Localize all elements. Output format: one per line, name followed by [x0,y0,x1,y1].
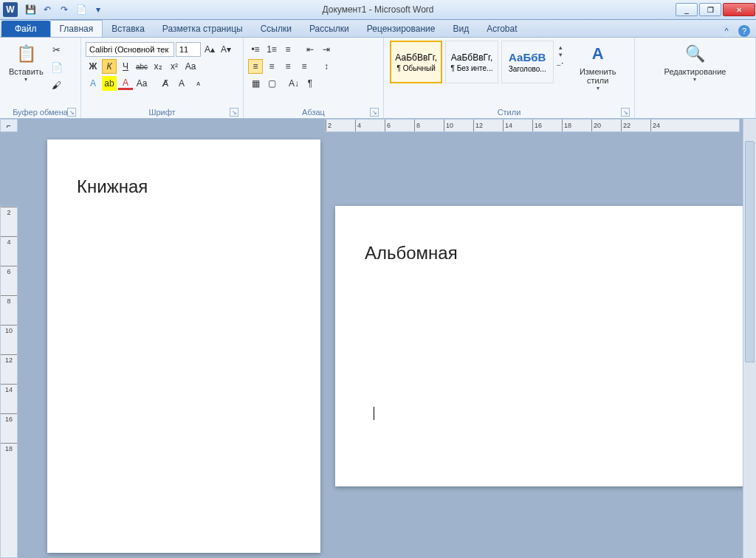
quick-access-toolbar: 💾 ↶ ↷ 📄 ▾ [24,3,105,16]
page-landscape[interactable]: Альбомная [335,206,743,486]
superscript-button[interactable]: x² [167,59,182,74]
align-left-button[interactable]: ≡ [248,59,263,74]
align-center-button[interactable]: ≡ [264,59,279,74]
style-normal[interactable]: АаБбВвГг, ¶ Обычный [390,41,442,83]
change-styles-label: Изменить стили [570,67,625,85]
page-canvas[interactable]: Книжная Альбомная [18,132,743,558]
horizontal-ruler[interactable]: 24 68 1012 1416 1820 2224 [325,119,740,132]
paste-button[interactable]: 📋 Вставить ▾ [4,39,48,86]
minimize-button[interactable]: _ [676,3,698,16]
group-font: A▴ A▾ Ж К Ч abc x₂ x² Aa A ab A Aa A̸ A … [81,38,244,118]
vertical-scrollbar[interactable] [743,119,756,558]
ribbon-tabs: Файл Главная Вставка Разметка страницы С… [0,20,756,38]
group-editing-label [639,106,751,118]
group-editing: 🔍 Редактирование ▾ [635,38,756,118]
subscript-button[interactable]: x₂ [151,59,165,74]
page2-text: Альбомная [365,243,458,263]
italic-button[interactable]: К [102,59,117,74]
tab-acrobat[interactable]: Acrobat [478,21,526,37]
find-icon: 🔍 [683,42,707,66]
numbering-button[interactable]: 1≡ [264,42,279,57]
group-clipboard-label: Буфер обмена ↘ [4,106,76,118]
style-no-spacing[interactable]: АаБбВвГг, ¶ Без инте... [445,41,498,83]
new-doc-icon[interactable]: 📄 [75,3,88,16]
redo-icon[interactable]: ↷ [58,3,71,16]
style-heading1-sample: АаБбВ [509,51,546,63]
style-normal-name: ¶ Обычный [397,64,436,72]
copy-button[interactable]: 📄 [49,60,64,75]
tab-mailings[interactable]: Рассылки [300,21,358,37]
clipboard-dialog-launcher[interactable]: ↘ [67,108,76,117]
font-size-input[interactable] [176,42,201,57]
paragraph-dialog-launcher[interactable]: ↘ [370,108,379,117]
show-marks-button[interactable]: ¶ [303,76,317,91]
vertical-ruler[interactable]: 24 68 1012 1416 18 [0,206,18,558]
group-paragraph: •≡ 1≡ ≡ ⇤ ⇥ ≡ ≡ ≡ ≡ ↕ ▦ ▢ A↓ ¶ [244,38,384,118]
styles-row-up-icon[interactable]: ▴ [555,44,566,51]
change-case-button[interactable]: Aa [134,76,149,91]
tab-home[interactable]: Главная [50,20,103,37]
style-no-spacing-name: ¶ Без инте... [451,64,493,72]
style-normal-sample: АаБбВвГг, [395,52,437,63]
tab-view[interactable]: Вид [444,21,478,37]
font-color-button[interactable]: A [118,78,133,90]
style-no-spacing-sample: АаБбВвГг, [451,52,493,63]
document-area: ⌐ 24 68 1012 1416 1820 2224 24 68 1012 1… [0,119,756,558]
group-styles: АаБбВвГг, ¶ Обычный АаБбВвГг, ¶ Без инте… [384,38,635,118]
multilevel-button[interactable]: ≡ [281,42,295,57]
tab-references[interactable]: Ссылки [252,21,300,37]
tab-review[interactable]: Рецензирование [358,21,444,37]
change-styles-button[interactable]: A Изменить стили ▾ [566,39,630,94]
ruler-corner[interactable]: ⌐ [0,119,18,132]
help-icon[interactable]: ? [738,25,750,37]
dedent-button[interactable]: ⇤ [303,42,317,57]
styles-dialog-launcher[interactable]: ↘ [621,108,630,117]
justify-button[interactable]: ≡ [297,59,312,74]
minimize-ribbon-icon[interactable]: ^ [721,25,732,37]
styles-more-icon[interactable]: ⎯▾ [555,58,566,66]
group-font-label: Шрифт ↘ [86,106,238,118]
line-spacing-button[interactable]: ↕ [319,59,334,74]
bold-button[interactable]: Ж [86,59,100,74]
undo-icon[interactable]: ↶ [41,3,54,16]
highlight-button[interactable]: ab [102,76,117,91]
style-heading1-name: Заголово... [509,65,546,73]
styles-gallery-expand: ▴ ▾ ⎯▾ [555,39,566,70]
styles-row-down-icon[interactable]: ▾ [555,51,566,58]
file-tab[interactable]: Файл [1,21,50,37]
word-app-icon: W [3,2,18,17]
close-button[interactable]: ✕ [723,3,755,16]
maximize-button[interactable]: ❐ [699,3,721,16]
clear-format-button[interactable]: A̸ [158,76,173,91]
change-styles-icon: A [586,42,610,66]
qat-more-icon[interactable]: ▾ [92,3,105,16]
tab-page-layout[interactable]: Разметка страницы [154,21,252,37]
window-controls: _ ❐ ✕ [675,3,756,16]
strike-button[interactable]: abc [134,59,149,74]
text-effects-button[interactable]: Aa [183,59,198,74]
text-cursor [372,406,374,420]
group-paragraph-label: Абзац ↘ [248,106,379,118]
scrollbar-thumb[interactable] [745,141,755,362]
char-shrink-button[interactable]: ᴀ [190,76,205,91]
tab-insert[interactable]: Вставка [103,21,154,37]
char-grow-button[interactable]: A [174,76,189,91]
cut-button[interactable]: ✂ [49,42,64,57]
font-dialog-launcher[interactable]: ↘ [230,108,238,117]
align-right-button[interactable]: ≡ [281,59,295,74]
indent-button[interactable]: ⇥ [319,42,334,57]
sort-button[interactable]: A↓ [286,76,301,91]
font-name-input[interactable] [86,42,174,57]
borders-button[interactable]: ▢ [264,76,279,91]
format-painter-button[interactable]: 🖌 [49,78,64,92]
style-heading1[interactable]: АаБбВ Заголово... [501,41,554,83]
shrink-font-button[interactable]: A▾ [219,42,233,57]
shading-button[interactable]: ▦ [248,76,263,91]
bullets-button[interactable]: •≡ [248,42,263,57]
editing-button[interactable]: 🔍 Редактирование ▾ [660,39,731,86]
font-color2-button[interactable]: A [86,76,100,91]
save-icon[interactable]: 💾 [24,3,37,16]
page-portrait[interactable]: Книжная [47,140,320,553]
underline-button[interactable]: Ч [118,59,133,74]
grow-font-button[interactable]: A▴ [202,42,217,57]
